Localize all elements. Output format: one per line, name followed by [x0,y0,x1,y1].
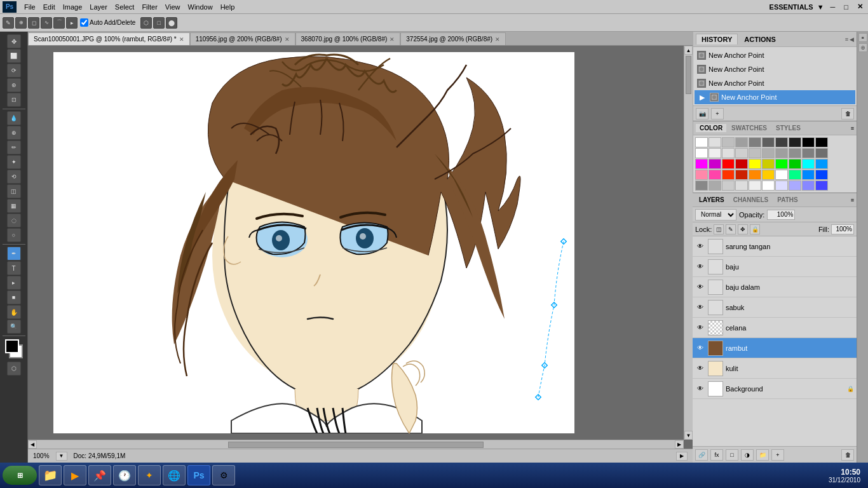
tab-swatches[interactable]: SWATCHES [728,124,771,132]
auto-add-delete-checkbox[interactable]: Auto Add/Delete [80,18,135,27]
color-panel-menu[interactable]: ≡ [851,125,854,132]
history-item-2[interactable]: New Anchor Point [695,62,855,76]
tool-dodge[interactable]: ○ [7,228,21,242]
menu-view[interactable]: View [161,2,184,12]
taskbar-settings[interactable]: ⚙ [212,465,235,485]
tab-372554[interactable]: 372554.jpg @ 200% (RGB/8#) ✕ [400,32,506,45]
swatch-near-black[interactable] [789,137,801,147]
swatch-dk-yellow[interactable] [762,159,775,169]
fill-mode-btn[interactable]: ⬤ [166,17,177,29]
tab-close-372554[interactable]: ✕ [495,36,500,43]
panel-arrange-btn[interactable]: ≡ [858,33,867,42]
swatch-dkr-gray[interactable] [762,137,775,147]
tab-scan100050001[interactable]: Scan100050001.JPG @ 100% (rambut, RGB/8#… [28,32,190,45]
fill-input[interactable] [831,224,854,234]
swatch-gold[interactable] [762,170,775,180]
tool-move[interactable]: ✥ [7,34,21,48]
menu-image[interactable]: Image [59,2,86,12]
lock-image-btn[interactable]: ✎ [726,224,736,234]
scroll-up-btn[interactable]: ▲ [684,46,693,55]
layer-rambut[interactable]: 👁 rambut [693,338,857,358]
history-delete-btn[interactable]: 🗑 [841,108,854,119]
tool-clone[interactable]: ✦ [7,155,21,169]
tool-rect-marquee[interactable]: ⬜ [7,49,21,63]
history-item-4[interactable]: ▶ New Anchor Point [695,90,855,104]
layer-link-btn[interactable]: 🔗 [695,449,708,461]
swatch-g3[interactable] [735,148,748,158]
layers-panel-menu[interactable]: ≡ [851,197,854,203]
layer-style-btn[interactable]: fx [710,449,723,461]
swatch-dk-green[interactable] [789,159,801,169]
close-btn[interactable]: ✕ [855,3,865,11]
swatch-white[interactable] [695,137,708,147]
swatch-cyan[interactable] [802,159,815,169]
swatch-purple[interactable] [709,159,721,169]
swatch-gray30[interactable] [722,180,735,191]
swatch-g4[interactable] [749,148,761,158]
tab-color[interactable]: COLOR [696,124,726,132]
scroll-thumb-v[interactable] [686,56,691,94]
layer-eye-kulit[interactable]: 👁 [695,363,705,374]
swatch-pink[interactable] [695,170,708,180]
layer-eye-baju-dalam[interactable]: 👁 [695,282,705,292]
swatch-gray40[interactable] [709,180,721,191]
shape-mode-btn[interactable]: □ [153,17,165,29]
tool-brush[interactable]: ✏ [7,140,21,154]
history-panel-menu[interactable]: ≡ [845,36,848,43]
foreground-color[interactable] [5,339,19,353]
tool-corner-option[interactable]: ◻ [28,17,39,29]
taskbar-media[interactable]: ▶ [64,465,86,485]
blend-mode-select[interactable]: Normal Multiply Screen Overlay [695,209,736,220]
swatch-gray[interactable] [722,137,735,147]
swatch-sky-blue[interactable] [802,170,815,180]
swatch-w4[interactable] [762,180,775,191]
swatch-med-lt-blue[interactable] [789,180,801,191]
layer-eye-sabuk[interactable]: 👁 [695,302,705,313]
swatch-blue[interactable] [815,159,828,169]
scroll-thumb-h[interactable] [228,442,484,448]
swatch-red[interactable] [722,159,735,169]
layer-sarung-tangan[interactable]: 👁 sarung tangan [693,236,857,257]
menu-help[interactable]: Help [217,2,239,12]
swatch-orange-red[interactable] [722,170,735,180]
tab-layers[interactable]: LAYERS [695,196,728,204]
swatch-yellow[interactable] [749,159,761,169]
lock-all-btn[interactable]: 🔒 [750,224,760,234]
swatch-lt-gray[interactable] [709,137,721,147]
tool-text[interactable]: T [7,261,21,275]
swatch-lt-blue[interactable] [775,180,788,191]
layer-baju[interactable]: 👁 baju [693,257,857,277]
taskbar-pin[interactable]: 📌 [88,465,111,485]
taskbar-explorer[interactable]: 📁 [39,465,62,485]
swatch-periwinkle[interactable] [802,180,815,191]
layer-mask-btn[interactable]: □ [726,449,738,461]
swatch-med-blue[interactable] [815,170,828,180]
menu-edit[interactable]: Edit [39,2,59,12]
swatch-green[interactable] [775,159,788,169]
swatch-w3[interactable] [775,170,788,180]
swatch-dk-red2[interactable] [735,170,748,180]
menu-layer[interactable]: Layer [86,2,111,12]
history-item-1[interactable]: New Anchor Point [695,48,855,62]
lock-transparent-btn[interactable]: ◫ [714,224,724,234]
taskbar-chrome[interactable]: 🌐 [163,465,186,485]
tool-crop[interactable]: ⊡ [7,93,21,107]
layer-baju-dalam[interactable]: 👁 baju dalam [693,277,857,297]
swatch-g8[interactable] [802,148,815,158]
swatch-orange[interactable] [749,170,761,180]
swatch-g6[interactable] [775,148,788,158]
tool-spot-heal[interactable]: ⊕ [7,126,21,140]
layer-eye-rambut[interactable]: 👁 [695,343,705,353]
path-mode-btn[interactable]: ⬡ [140,17,152,29]
menu-file[interactable]: File [20,2,39,12]
swatch-gray50[interactable] [695,180,708,191]
tool-quick-select[interactable]: ⊛ [7,78,21,92]
swatch-med-gray[interactable] [749,137,761,147]
vertical-scrollbar[interactable]: ▲ ▼ [684,46,693,440]
layer-celana[interactable]: 👁 celana [693,318,857,338]
tab-actions[interactable]: ACTIONS [739,34,781,44]
swatch-mint[interactable] [789,170,801,180]
taskbar-photoshop[interactable]: Ps [187,465,210,485]
menu-filter[interactable]: Filter [138,2,161,12]
swatch-w2[interactable] [695,148,708,158]
